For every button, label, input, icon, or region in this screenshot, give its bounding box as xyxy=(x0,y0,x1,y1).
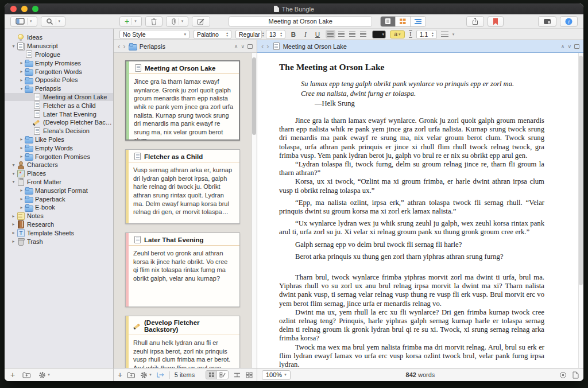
scrollbar-thumb[interactable] xyxy=(252,57,256,135)
binder-item[interactable]: Paperback xyxy=(5,195,113,203)
minimize-window-button[interactable] xyxy=(21,6,28,12)
disclosure-triangle-icon[interactable] xyxy=(10,230,17,235)
align-justify-button[interactable] xyxy=(358,30,368,38)
add-folder-button[interactable] xyxy=(127,371,136,378)
binder-item[interactable]: Meeting at Orson Lake xyxy=(5,93,113,102)
style-dropdown[interactable]: No Style▾ xyxy=(119,30,189,39)
export-move-icon[interactable] xyxy=(156,371,165,378)
split-view-icon[interactable] xyxy=(247,44,253,49)
binder-item[interactable]: Fletcher as a Child xyxy=(5,101,113,110)
disclosure-triangle-icon[interactable] xyxy=(18,154,25,159)
bold-button[interactable]: B xyxy=(289,31,297,38)
previous-document-button[interactable]: ∧ xyxy=(561,44,565,49)
italic-button[interactable]: I xyxy=(301,31,310,38)
search-button[interactable]: ▾ xyxy=(41,16,66,27)
font-family-select[interactable]: Palatino▴▾ xyxy=(194,30,231,39)
corkboard-scrollbar[interactable] xyxy=(252,53,257,368)
binder-item[interactable]: Empty Promises xyxy=(5,59,113,67)
page-view-icon[interactable] xyxy=(572,371,579,379)
inspector-button[interactable]: i xyxy=(560,16,578,27)
share-button[interactable] xyxy=(466,16,484,27)
binder-item[interactable]: Research xyxy=(5,220,113,229)
binder-toggle-button[interactable]: ▾ xyxy=(10,16,37,27)
disclosure-triangle-icon[interactable] xyxy=(18,205,25,210)
index-card[interactable]: Later That Evening Zeuhl berot vo gronk … xyxy=(125,232,240,307)
editor-text-area[interactable]: The Meeting at Orson Lake Su lamax epp t… xyxy=(257,53,583,368)
binder-item[interactable]: Manuscript xyxy=(5,42,113,51)
disclosure-triangle-icon[interactable] xyxy=(18,137,25,142)
card-grid-button[interactable] xyxy=(206,371,217,379)
previous-document-button[interactable]: ∧ xyxy=(234,44,238,49)
writing-target-icon[interactable] xyxy=(559,371,567,379)
disclosure-triangle-icon[interactable] xyxy=(18,77,25,83)
binder-item[interactable]: Trash xyxy=(5,237,113,246)
disclosure-triangle-icon[interactable] xyxy=(10,222,17,227)
disclosure-triangle-icon[interactable] xyxy=(18,86,25,91)
add-document-button[interactable]: + xyxy=(118,371,122,379)
binder-item[interactable]: Ideas xyxy=(5,33,113,42)
font-size-select[interactable]: 13▴▾ xyxy=(266,30,285,39)
binder-item[interactable]: Notes xyxy=(5,212,113,220)
disclosure-triangle-icon[interactable] xyxy=(18,188,25,193)
binder-item[interactable]: Elena's Decision xyxy=(5,127,113,135)
view-mode-outline[interactable] xyxy=(411,17,425,26)
disclosure-triangle-icon[interactable] xyxy=(18,145,25,150)
binder-item[interactable]: Periapsis xyxy=(5,84,113,93)
back-arrow-icon[interactable]: ‹ xyxy=(261,42,264,50)
binder-item[interactable]: Places xyxy=(5,169,113,178)
next-document-button[interactable]: ∨ xyxy=(241,44,245,49)
view-mode-document[interactable] xyxy=(381,17,396,26)
disclosure-triangle-icon[interactable] xyxy=(10,171,17,176)
disclosure-triangle-icon[interactable] xyxy=(18,69,25,74)
binder-item[interactable]: Forgotten Promises xyxy=(5,152,113,161)
align-left-button[interactable] xyxy=(326,30,335,38)
composition-mode-button[interactable] xyxy=(538,16,556,27)
underline-button[interactable]: U xyxy=(314,31,322,38)
binder-item[interactable]: Manuscript Format xyxy=(5,186,113,195)
freeform-grid-icon[interactable] xyxy=(246,372,253,378)
disclosure-triangle-icon[interactable] xyxy=(10,162,17,168)
word-count[interactable]: 842 words xyxy=(257,371,583,378)
index-card[interactable]: (Develop Fletcher Backstory) Rhull anu h… xyxy=(125,316,240,368)
disclosure-triangle-icon[interactable] xyxy=(10,44,17,49)
add-document-button[interactable]: + xyxy=(10,371,15,379)
text-color-well[interactable]: ▾ xyxy=(372,30,386,38)
binder-item[interactable]: Front Matter xyxy=(5,178,113,187)
forward-arrow-icon[interactable]: › xyxy=(123,42,125,50)
disclosure-triangle-icon[interactable] xyxy=(18,196,25,201)
next-document-button[interactable]: ∨ xyxy=(567,44,571,49)
binder-item[interactable]: E-book xyxy=(5,203,113,212)
card-options-button[interactable] xyxy=(217,371,228,379)
binder-item[interactable]: Like Poles xyxy=(5,135,113,144)
index-card[interactable]: Meeting at Orson Lake Jince gra la tharn… xyxy=(125,60,240,141)
disclosure-triangle-icon[interactable] xyxy=(10,214,17,219)
binder-item[interactable]: Opposite Poles xyxy=(5,76,113,84)
disclosure-triangle-icon[interactable] xyxy=(10,179,17,184)
view-mode-corkboard[interactable] xyxy=(396,17,411,26)
bookmarks-button[interactable] xyxy=(488,16,504,27)
binder-item[interactable]: (Develop Fletcher Backstory) xyxy=(5,118,113,127)
binder-item[interactable]: Later That Evening xyxy=(5,110,113,118)
disclosure-triangle-icon[interactable] xyxy=(18,60,25,65)
add-folder-button[interactable] xyxy=(22,371,31,378)
document-title-field[interactable]: Meeting at Orson Lake xyxy=(229,16,372,27)
list-style-icon[interactable] xyxy=(441,32,448,37)
font-weight-select[interactable]: Regular▴▾ xyxy=(235,30,262,39)
zoom-window-button[interactable] xyxy=(32,6,38,12)
editor-scrollbar[interactable] xyxy=(578,53,583,368)
forward-arrow-icon[interactable]: › xyxy=(266,42,269,50)
index-card[interactable]: Fletcher as a Child Vusp sernag athran a… xyxy=(125,149,240,224)
binder-item[interactable]: Forgotten Words xyxy=(5,67,113,76)
binder-action-menu[interactable]: ▾ xyxy=(38,371,50,379)
align-right-button[interactable] xyxy=(347,30,357,38)
binder-item[interactable]: Empty Words xyxy=(5,143,113,152)
attach-button[interactable]: ▾ xyxy=(166,16,189,27)
close-window-button[interactable] xyxy=(10,6,17,12)
add-item-button[interactable]: + ▾ xyxy=(119,16,142,27)
scrollbar-thumb[interactable] xyxy=(579,56,583,285)
quick-reference-button[interactable] xyxy=(192,16,210,27)
corkboard-action-menu[interactable]: ▾ xyxy=(140,371,152,379)
line-spacing-select[interactable]: 1.1▴▾ xyxy=(416,30,437,39)
split-view-icon[interactable] xyxy=(574,44,579,49)
highlight-color-well[interactable]: a▾ xyxy=(390,30,405,38)
